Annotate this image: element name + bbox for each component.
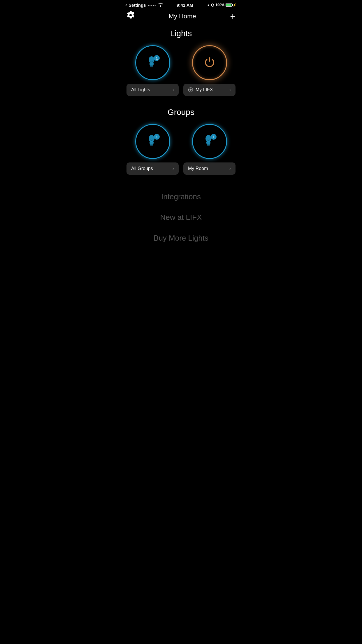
my-lifx-card[interactable]: My LIFX › [183,45,236,96]
settings-button[interactable] [126,11,135,21]
bluetooth-icon: ⌬ [211,3,214,7]
svg-point-0 [160,6,161,6]
my-lifx-button[interactable]: My LIFX › [183,84,236,96]
back-arrow[interactable]: ‹ [125,2,127,8]
groups-section: Groups 1 All Groups › [121,105,241,183]
all-groups-chevron: › [173,166,174,171]
all-lights-label: All Lights [131,87,150,92]
svg-rect-25 [207,145,210,146]
svg-rect-15 [150,144,153,145]
svg-point-13 [149,135,154,142]
gear-icon [126,11,135,19]
all-lights-button[interactable]: All Lights › [126,84,179,96]
buy-more-lights-section[interactable]: Buy More Lights [121,228,241,249]
svg-rect-9 [150,67,153,67]
svg-rect-23 [206,141,210,144]
svg-point-3 [149,56,154,63]
battery-percent: 100% [215,3,224,7]
all-lights-chevron: › [173,87,174,92]
my-room-chevron: › [229,166,231,171]
all-groups-button[interactable]: All Groups › [126,162,179,175]
svg-rect-5 [150,65,153,66]
my-room-button[interactable]: My Room › [183,162,236,175]
my-room-label: My Room [188,166,208,171]
page-title: My Home [169,13,196,20]
my-room-card[interactable]: 1 My Room › [183,124,236,175]
signal-dots: ●●●●● [148,4,156,6]
all-groups-label: All Groups [131,166,153,171]
svg-text:1: 1 [156,56,158,60]
svg-text:1: 1 [156,135,158,139]
status-right: ▲ ⌬ 100% ⚡ [207,3,237,7]
all-groups-card[interactable]: 1 All Groups › [126,124,179,175]
svg-point-22 [205,135,211,142]
integrations-label: Integrations [161,192,201,201]
bulb-icon: 1 [143,53,162,72]
new-at-lifx-label: New at LIFX [160,213,202,222]
location-icon: ▲ [207,3,210,7]
add-button[interactable]: + [230,12,236,21]
svg-rect-24 [207,144,210,145]
all-lights-card[interactable]: 1 All Lights › [126,45,179,96]
power-icon [202,55,217,70]
groups-section-title: Groups [126,108,236,117]
bulb-icon-myroom: 1 [200,132,219,151]
lights-section-title: Lights [126,29,236,38]
bottom-items: Integrations New at LIFX Buy More Lights [121,186,241,249]
svg-rect-6 [150,66,153,67]
battery-icon: ⚡ [226,3,237,7]
integrations-section[interactable]: Integrations [121,186,241,207]
bulb-icon-groups: 1 [143,132,162,151]
my-room-ring: 1 [192,124,227,159]
svg-rect-19 [150,146,153,146]
plus-icon: + [230,11,236,22]
all-groups-ring: 1 [135,124,170,159]
svg-text:1: 1 [212,135,215,139]
svg-rect-14 [150,141,154,144]
svg-rect-4 [150,63,154,65]
all-lights-ring: 1 [135,45,170,80]
svg-rect-16 [150,145,153,146]
new-at-lifx-section[interactable]: New at LIFX [121,207,241,228]
nav-bar: My Home + [121,9,241,26]
groups-grid: 1 All Groups › 1 [126,124,236,175]
status-left: ‹ Settings ●●●●● [125,2,163,8]
status-bar: ‹ Settings ●●●●● 9:41 AM ▲ ⌬ 100% ⚡ [121,0,241,9]
lights-section: Lights 1 [121,26,241,105]
upload-icon [188,87,193,92]
my-lifx-chevron: › [229,87,231,92]
my-lifx-ring [192,45,227,80]
back-label[interactable]: Settings [129,3,146,8]
my-lifx-label: My LIFX [188,87,213,92]
lights-grid: 1 All Lights › [126,45,236,96]
buy-more-lights-label: Buy More Lights [154,234,208,242]
wifi-icon [158,3,163,8]
svg-rect-28 [207,146,210,146]
status-time: 9:41 AM [177,3,193,8]
